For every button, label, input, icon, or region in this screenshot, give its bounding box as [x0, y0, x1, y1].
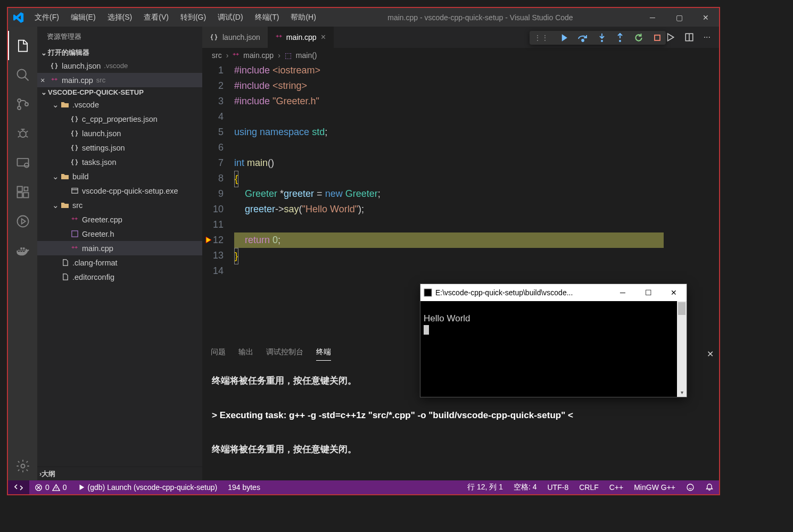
- menu-file[interactable]: 文件(F): [29, 10, 64, 26]
- workspace-name: VSCODE-CPP-QUICK-SETUP: [48, 88, 144, 96]
- json-icon: [210, 33, 218, 41]
- close-button[interactable]: ✕: [692, 8, 719, 27]
- panel-tab-problems[interactable]: 问题: [211, 347, 226, 360]
- svg-rect-10: [24, 187, 28, 190]
- chevron-right-icon: ›: [226, 51, 229, 60]
- folder-row[interactable]: ⌄src: [37, 198, 202, 212]
- file-row[interactable]: vscode-cpp-quick-setup.exe: [37, 184, 202, 198]
- activity-docker-icon[interactable]: [8, 236, 37, 265]
- status-feedback-icon[interactable]: [681, 480, 700, 494]
- tab-label: main.cpp: [286, 33, 317, 41]
- activity-scm-icon[interactable]: [8, 89, 37, 119]
- menu-help[interactable]: 帮助(H): [285, 10, 321, 26]
- run-icon[interactable]: [665, 32, 675, 42]
- file-row[interactable]: ⁺⁺main.cpp: [37, 241, 202, 255]
- open-editor-item[interactable]: × ⁺⁺ main.cpp src: [37, 73, 202, 87]
- file-row[interactable]: settings.json: [37, 140, 202, 155]
- workspace-header[interactable]: ⌄ VSCODE-CPP-QUICK-SETUP: [37, 87, 202, 97]
- open-editors-header[interactable]: ⌄ 打开的编辑器: [37, 47, 202, 59]
- file-row[interactable]: ⁺⁺Greeter.cpp: [37, 212, 202, 227]
- breadcrumb[interactable]: src › ⁺⁺ main.cpp › ⬚ main(): [202, 48, 719, 63]
- activity-extensions-icon[interactable]: [8, 177, 37, 206]
- file-row[interactable]: .editorconfig: [37, 270, 202, 284]
- scroll-thumb[interactable]: [678, 302, 685, 315]
- activity-explorer-icon[interactable]: [8, 31, 37, 60]
- activity-settings-icon[interactable]: [8, 451, 37, 480]
- debug-step-into-icon[interactable]: [598, 33, 606, 43]
- activity-search-icon[interactable]: [8, 60, 37, 89]
- line-gutter[interactable]: 1234567891011121314: [202, 63, 234, 343]
- debug-stop-icon[interactable]: [653, 34, 662, 42]
- debug-step-out-icon[interactable]: [616, 33, 624, 43]
- file-row[interactable]: launch.json: [37, 126, 202, 140]
- svg-point-21: [687, 484, 693, 491]
- status-bell-icon[interactable]: [700, 480, 719, 494]
- panel-tab-terminal[interactable]: 终端: [316, 347, 331, 361]
- outline-header[interactable]: › 大纲: [37, 467, 202, 480]
- svg-point-15: [582, 39, 584, 41]
- minimize-button[interactable]: ─: [639, 8, 666, 27]
- close-icon[interactable]: ×: [40, 76, 49, 85]
- remote-indicator-icon[interactable]: [8, 480, 29, 494]
- breadcrumb-item[interactable]: main.cpp: [243, 51, 274, 60]
- status-indent[interactable]: 空格: 4: [508, 480, 542, 494]
- menu-edit[interactable]: 编辑(E): [65, 10, 101, 26]
- panel-close-icon[interactable]: ✕: [701, 349, 719, 359]
- status-cursor-pos[interactable]: 行 12, 列 1: [462, 480, 508, 494]
- menu-debug[interactable]: 调试(D): [212, 10, 248, 26]
- menu-view[interactable]: 查看(V): [138, 10, 174, 26]
- menu-terminal[interactable]: 终端(T): [250, 10, 285, 26]
- status-filesize[interactable]: 194 bytes: [222, 480, 266, 494]
- menu-go[interactable]: 转到(G): [175, 10, 211, 26]
- menu-bar: 文件(F) 编辑(E) 选择(S) 查看(V) 转到(G) 调试(D) 终端(T…: [29, 10, 321, 26]
- open-editors-label: 打开的编辑器: [48, 48, 89, 57]
- status-encoding[interactable]: UTF-8: [542, 480, 574, 494]
- console-scrollbar[interactable]: ▴ ▾: [677, 301, 687, 397]
- console-maximize-button[interactable]: ☐: [635, 284, 661, 301]
- panel-tab-debug-console[interactable]: 调试控制台: [266, 347, 303, 360]
- exe-icon: [69, 187, 80, 195]
- file-row[interactable]: c_cpp_properties.json: [37, 112, 202, 126]
- breadcrumb-item[interactable]: main(): [296, 51, 317, 60]
- status-bar: 0 0 (gdb) Launch (vscode-cpp-quick-setup…: [8, 480, 719, 494]
- file-row[interactable]: .clang-format: [37, 255, 202, 270]
- debug-continue-icon[interactable]: [558, 33, 568, 43]
- breadcrumb-item[interactable]: src: [212, 51, 222, 60]
- status-compiler[interactable]: MinGW G++: [629, 480, 681, 494]
- svg-point-17: [619, 40, 621, 42]
- console-minimize-button[interactable]: ─: [610, 284, 635, 301]
- console-titlebar[interactable]: E:\vscode-cpp-quick-setup\build\vscode..…: [420, 284, 687, 301]
- status-eol[interactable]: CRLF: [574, 480, 604, 494]
- scroll-down-icon[interactable]: ▾: [677, 387, 687, 397]
- split-editor-icon[interactable]: [684, 32, 694, 42]
- console-body[interactable]: Hello World ▴ ▾: [420, 301, 687, 397]
- console-window[interactable]: E:\vscode-cpp-quick-setup\build\vscode..…: [420, 284, 687, 397]
- json-icon: [69, 144, 80, 152]
- file-row[interactable]: Greeter.h: [37, 227, 202, 241]
- activity-remote-icon[interactable]: [8, 148, 37, 177]
- console-close-button[interactable]: ✕: [661, 284, 687, 301]
- drag-handle-icon[interactable]: ⋮⋮: [534, 34, 549, 42]
- close-icon[interactable]: ×: [321, 32, 326, 42]
- breakpoint-icon[interactable]: [204, 236, 213, 244]
- menu-selection[interactable]: 选择(S): [102, 10, 138, 26]
- open-editor-item[interactable]: launch.json .vscode: [37, 59, 202, 73]
- debug-restart-icon[interactable]: [634, 33, 643, 43]
- maximize-button[interactable]: ▢: [666, 8, 692, 27]
- debug-step-over-icon[interactable]: [577, 33, 588, 43]
- console-output: Hello World: [424, 313, 470, 323]
- activity-test-icon[interactable]: [8, 206, 37, 236]
- status-language[interactable]: C++: [604, 480, 629, 494]
- more-icon[interactable]: ···: [704, 32, 711, 42]
- debug-toolbar[interactable]: ⋮⋮: [530, 31, 666, 45]
- folder-row[interactable]: ⌄.vscode: [37, 97, 202, 112]
- tab-main-cpp[interactable]: ⁺⁺ main.cpp ×: [268, 27, 334, 48]
- open-editors-list: launch.json .vscode × ⁺⁺ main.cpp src: [37, 59, 202, 87]
- folder-row[interactable]: ⌄build: [37, 169, 202, 184]
- file-row[interactable]: tasks.json: [37, 155, 202, 169]
- panel-tab-output[interactable]: 输出: [238, 347, 253, 360]
- tab-launch-json[interactable]: launch.json: [202, 27, 268, 48]
- activity-debug-icon[interactable]: [8, 119, 37, 148]
- status-launch-config[interactable]: (gdb) Launch (vscode-cpp-quick-setup): [72, 480, 223, 494]
- status-errors[interactable]: 0 0: [29, 480, 72, 494]
